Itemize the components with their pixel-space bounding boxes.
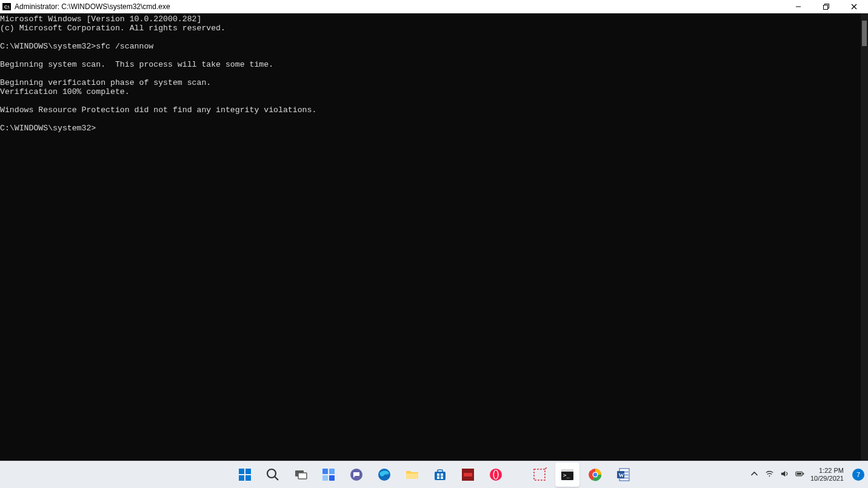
taskbar-chrome[interactable] bbox=[583, 463, 607, 487]
svg-rect-5 bbox=[239, 469, 244, 474]
taskbar-word[interactable]: W bbox=[611, 463, 635, 487]
svg-rect-12 bbox=[298, 473, 307, 479]
terminal-window: Microsoft Windows [Version 10.0.22000.28… bbox=[0, 13, 868, 461]
svg-rect-20 bbox=[435, 472, 446, 480]
wifi-icon[interactable] bbox=[765, 469, 774, 481]
svg-point-9 bbox=[267, 469, 276, 478]
svg-rect-19 bbox=[406, 473, 418, 479]
svg-rect-47 bbox=[803, 472, 804, 474]
taskbar-search[interactable] bbox=[261, 463, 285, 487]
taskbar-security[interactable] bbox=[456, 463, 480, 487]
notifications-badge[interactable]: 7 bbox=[852, 469, 864, 481]
svg-rect-27 bbox=[464, 473, 472, 476]
svg-rect-7 bbox=[239, 475, 244, 481]
taskbar-edge[interactable] bbox=[372, 463, 396, 487]
svg-rect-48 bbox=[796, 472, 801, 474]
taskbar-task-view[interactable] bbox=[289, 463, 313, 487]
window-title: Administrator: C:\WINDOWS\system32\cmd.e… bbox=[15, 2, 170, 11]
tray-date: 10/29/2021 bbox=[810, 475, 844, 483]
taskbar-snip[interactable] bbox=[527, 463, 552, 487]
taskbar: >_ W 1:22 PM 10/29/2021 bbox=[0, 461, 868, 488]
tray-time: 1:22 PM bbox=[810, 467, 844, 475]
scrollbar-track[interactable] bbox=[861, 13, 868, 461]
close-button[interactable] bbox=[840, 0, 868, 13]
taskbar-cmd[interactable]: >_ bbox=[555, 463, 579, 487]
taskbar-widgets[interactable] bbox=[316, 463, 341, 487]
window-controls bbox=[784, 0, 868, 13]
taskbar-opera[interactable] bbox=[484, 463, 508, 487]
taskbar-chat[interactable] bbox=[344, 463, 369, 487]
svg-rect-8 bbox=[245, 475, 251, 481]
terminal-output[interactable]: Microsoft Windows [Version 10.0.22000.28… bbox=[0, 13, 861, 461]
svg-rect-16 bbox=[329, 475, 335, 481]
scrollbar-thumb[interactable] bbox=[862, 21, 867, 46]
taskbar-microsoft-store[interactable] bbox=[428, 463, 452, 487]
tray-overflow-icon[interactable] bbox=[750, 469, 759, 481]
svg-rect-31 bbox=[534, 469, 545, 480]
svg-point-45 bbox=[769, 475, 770, 476]
system-tray: 1:22 PM 10/29/2021 7 bbox=[750, 461, 864, 488]
tray-clock[interactable]: 1:22 PM 10/29/2021 bbox=[810, 467, 844, 483]
maximize-button[interactable] bbox=[812, 0, 840, 13]
svg-rect-2 bbox=[824, 5, 828, 10]
svg-rect-6 bbox=[245, 469, 251, 474]
svg-rect-24 bbox=[437, 476, 439, 479]
svg-rect-13 bbox=[322, 469, 328, 474]
taskbar-start[interactable] bbox=[233, 463, 257, 487]
svg-rect-23 bbox=[441, 473, 443, 476]
taskbar-file-explorer[interactable] bbox=[400, 463, 424, 487]
taskbar-apps: >_ W bbox=[233, 461, 635, 488]
svg-rect-34 bbox=[561, 469, 573, 472]
svg-point-38 bbox=[593, 473, 597, 476]
svg-line-10 bbox=[275, 476, 278, 480]
cmd-icon: C:\ bbox=[2, 3, 11, 10]
minimize-button[interactable] bbox=[784, 0, 812, 13]
svg-rect-15 bbox=[322, 475, 328, 481]
svg-text:W: W bbox=[619, 472, 624, 478]
svg-line-32 bbox=[545, 467, 547, 469]
svg-rect-21 bbox=[438, 470, 442, 472]
svg-text:>_: >_ bbox=[563, 472, 570, 478]
volume-icon[interactable] bbox=[780, 469, 789, 481]
svg-point-30 bbox=[494, 470, 498, 479]
svg-rect-22 bbox=[437, 473, 439, 476]
battery-icon[interactable] bbox=[795, 469, 804, 481]
svg-rect-14 bbox=[329, 469, 335, 474]
svg-rect-25 bbox=[441, 476, 443, 479]
window-titlebar: C:\ Administrator: C:\WINDOWS\system32\c… bbox=[0, 0, 868, 13]
